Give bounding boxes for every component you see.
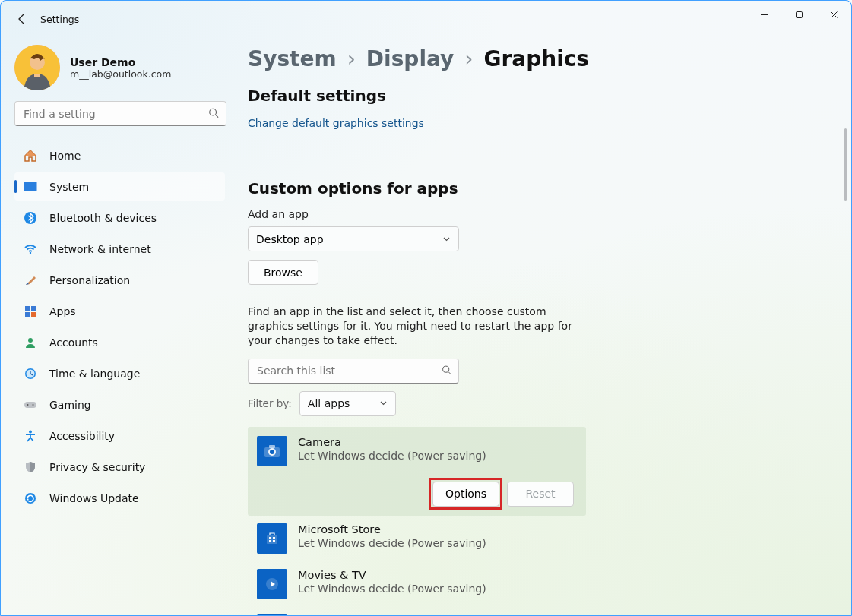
shield-icon [24, 460, 37, 474]
titlebar: Settings [1, 1, 851, 37]
sidebar-search[interactable] [14, 101, 226, 126]
chevron-down-icon [442, 233, 451, 245]
app-type-value: Desktop app [256, 233, 324, 245]
search-input[interactable] [14, 101, 226, 126]
svg-rect-23 [269, 445, 275, 448]
app-row[interactable]: Microsoft Store Let Windows decide (Powe… [248, 516, 586, 561]
reset-button[interactable]: Reset [507, 482, 574, 507]
app-row[interactable]: Movies & TV Let Windows decide (Power sa… [248, 561, 586, 607]
sidebar-item-label: Apps [49, 305, 76, 317]
sidebar-item-label: Network & internet [49, 243, 151, 255]
sidebar-item-accounts[interactable]: Accounts [14, 328, 225, 356]
nav-list: Home System Bluetooth & devices Network … [14, 141, 225, 512]
svg-point-17 [29, 430, 32, 433]
sidebar-item-label: Bluetooth & devices [49, 212, 157, 224]
svg-rect-0 [796, 11, 802, 17]
filter-value: All apps [308, 397, 350, 409]
app-preference: Let Windows decide (Power saving) [298, 450, 486, 462]
sidebar-item-bluetooth[interactable]: Bluetooth & devices [14, 204, 225, 232]
svg-point-11 [28, 338, 33, 343]
app-row[interactable]: Photos [248, 607, 586, 616]
svg-rect-7 [25, 306, 30, 311]
accessibility-icon [24, 429, 37, 443]
sidebar-item-label: System [49, 181, 89, 193]
svg-point-15 [27, 404, 29, 406]
sidebar-item-label: Home [49, 150, 81, 162]
svg-rect-9 [25, 312, 30, 317]
svg-rect-27 [269, 540, 271, 542]
sidebar-item-label: Time & language [49, 368, 140, 380]
sidebar-item-apps[interactable]: Apps [14, 297, 225, 325]
svg-rect-25 [269, 537, 271, 539]
search-icon [208, 106, 219, 121]
sidebar-item-system[interactable]: System [14, 172, 225, 201]
minimize-button[interactable] [746, 1, 781, 28]
browse-button[interactable]: Browse [248, 260, 318, 285]
filter-row: Filter by: All apps [248, 391, 825, 416]
svg-point-16 [33, 404, 34, 406]
window-controls [746, 1, 851, 37]
chevron-down-icon [379, 397, 388, 409]
avatar [14, 45, 60, 90]
sidebar-item-home[interactable]: Home [14, 141, 225, 169]
sidebar-item-personalization[interactable]: Personalization [14, 266, 225, 294]
default-settings-heading: Default settings [248, 87, 825, 105]
filter-label: Filter by: [248, 397, 292, 409]
svg-rect-28 [273, 540, 275, 542]
sidebar-item-label: Accounts [49, 336, 98, 349]
svg-rect-10 [31, 312, 36, 317]
svg-rect-3 [24, 182, 37, 191]
main-content: System › Display › Graphics Default sett… [233, 37, 851, 616]
wifi-icon [24, 242, 37, 256]
sidebar-item-label: Windows Update [49, 492, 139, 504]
app-type-select[interactable]: Desktop app [248, 226, 459, 251]
list-help-text: Find an app in the list and select it, t… [248, 305, 575, 348]
movies-tv-icon [257, 569, 287, 599]
sidebar-item-update[interactable]: Windows Update [14, 484, 225, 512]
svg-rect-8 [31, 306, 36, 311]
app-search-input[interactable] [248, 359, 459, 384]
chevron-right-icon: › [347, 46, 356, 71]
profile-email: m__lab@outlook.com [70, 68, 171, 80]
custom-options-heading: Custom options for apps [248, 179, 825, 197]
app-card-selected[interactable]: Camera Let Windows decide (Power saving)… [248, 427, 586, 516]
sidebar-item-label: Personalization [49, 274, 130, 286]
app-search[interactable] [248, 359, 459, 384]
update-icon [24, 491, 37, 505]
search-icon [442, 364, 451, 378]
svg-rect-14 [24, 402, 36, 408]
sidebar-item-gaming[interactable]: Gaming [14, 390, 225, 419]
gaming-icon [24, 398, 37, 412]
maximize-button[interactable] [781, 1, 816, 28]
filter-select[interactable]: All apps [299, 391, 396, 416]
profile-name: User Demo [70, 56, 171, 68]
sidebar-item-network[interactable]: Network & internet [14, 235, 225, 263]
profile-block[interactable]: User Demo m__lab@outlook.com [14, 43, 225, 101]
app-name: Microsoft Store [298, 523, 486, 535]
sidebar-item-label: Privacy & security [49, 461, 145, 473]
breadcrumb-system[interactable]: System [248, 46, 337, 71]
options-button[interactable]: Options [432, 482, 499, 507]
camera-icon [257, 436, 287, 466]
apps-icon [24, 305, 37, 318]
sidebar-item-time[interactable]: Time & language [14, 359, 225, 387]
sidebar-item-accessibility[interactable]: Accessibility [14, 422, 225, 450]
clock-icon [24, 367, 37, 381]
window-title: Settings [40, 14, 79, 25]
svg-rect-26 [273, 537, 275, 539]
svg-point-22 [270, 450, 274, 454]
sidebar-item-privacy[interactable]: Privacy & security [14, 453, 225, 481]
close-button[interactable] [816, 1, 851, 28]
change-default-graphics-link[interactable]: Change default graphics settings [248, 117, 424, 129]
scrollbar[interactable] [844, 128, 847, 201]
account-icon [24, 336, 37, 349]
bluetooth-icon [24, 211, 37, 225]
breadcrumb-display[interactable]: Display [366, 46, 454, 71]
svg-point-2 [210, 109, 217, 115]
breadcrumb-current: Graphics [483, 46, 589, 71]
app-name: Movies & TV [298, 569, 486, 581]
system-icon [24, 180, 37, 194]
add-app-label: Add an app [248, 208, 825, 220]
app-preference: Let Windows decide (Power saving) [298, 583, 486, 595]
back-icon[interactable] [14, 11, 30, 27]
